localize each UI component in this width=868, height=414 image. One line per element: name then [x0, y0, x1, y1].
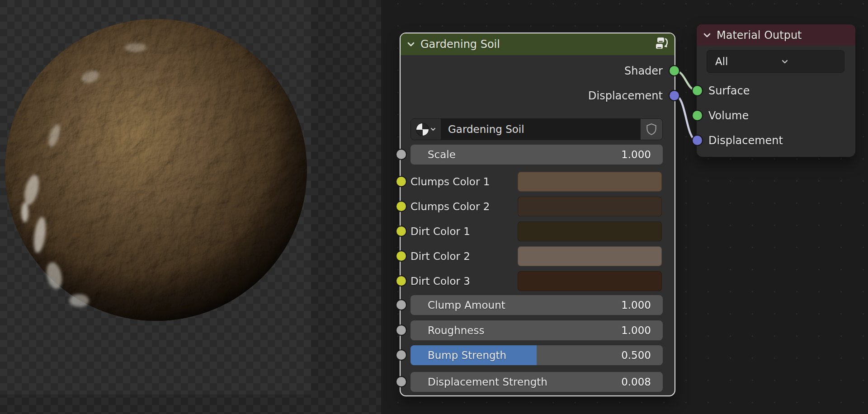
- node-title: Gardening Soil: [420, 38, 500, 51]
- chevron-down-icon: [430, 127, 436, 132]
- shield-icon: [646, 123, 657, 136]
- target-dropdown-value: All: [715, 56, 773, 67]
- param-row-displacement-strength: Displacement Strength 0.008: [410, 372, 663, 392]
- socket-output-shader[interactable]: [669, 65, 680, 76]
- output-label-displacement: Displacement: [588, 89, 663, 102]
- node-title: Material Output: [717, 29, 802, 42]
- socket-input-dirt-color-1[interactable]: [396, 226, 407, 237]
- output-label-shader: Shader: [624, 65, 663, 77]
- socket-input-clumps-color-1[interactable]: [396, 176, 407, 187]
- chevron-down-icon: [781, 58, 839, 65]
- roughness-slider[interactable]: Roughness 1.000: [410, 320, 663, 340]
- input-row-displacement: Displacement: [697, 131, 855, 151]
- param-row-dirt-color-2: Dirt Color 2: [410, 246, 663, 266]
- socket-input-displacement-strength[interactable]: [396, 376, 407, 387]
- material-datablock-selector: Gardening Soil: [410, 118, 663, 140]
- node-gardening-soil[interactable]: Gardening Soil Shader Displacement: [400, 33, 675, 396]
- node-material-output[interactable]: Material Output All Surface Volume Displ…: [696, 24, 856, 157]
- material-preview-panel: [0, 0, 381, 414]
- dirt-color-3-swatch[interactable]: [518, 271, 662, 291]
- input-row-surface: Surface: [697, 81, 855, 101]
- dirt-color-1-swatch[interactable]: [518, 221, 662, 241]
- socket-input-roughness[interactable]: [396, 325, 407, 336]
- material-name-field[interactable]: Gardening Soil: [441, 119, 640, 140]
- socket-input-clumps-color-2[interactable]: [396, 201, 407, 212]
- param-row-clumps-color-2: Clumps Color 2: [410, 197, 663, 216]
- clump-amount-slider[interactable]: Clump Amount 1.000: [410, 295, 663, 315]
- output-row-displacement: Displacement: [410, 86, 663, 106]
- input-row-volume: Volume: [697, 106, 855, 126]
- socket-input-dirt-color-2[interactable]: [396, 250, 407, 262]
- param-row-roughness: Roughness 1.000: [410, 320, 663, 340]
- output-row-shader: Shader: [410, 61, 663, 81]
- material-output-header[interactable]: Material Output: [697, 24, 855, 46]
- target-dropdown[interactable]: All: [707, 50, 844, 73]
- param-row-scale: Scale 1.000: [410, 145, 663, 165]
- param-row-dirt-color-1: Dirt Color 1: [410, 221, 663, 241]
- socket-input-clump-amount[interactable]: [396, 299, 407, 310]
- material-name-value: Gardening Soil: [448, 123, 524, 135]
- param-row-bump-strength: Bump Strength 0.500: [410, 345, 663, 365]
- node-group-icon: [655, 37, 669, 52]
- socket-input-surface[interactable]: [692, 85, 703, 96]
- param-row-clump-amount: Clump Amount 1.000: [410, 295, 663, 315]
- displacement-strength-slider[interactable]: Displacement Strength 0.008: [410, 372, 663, 392]
- material-preview-sphere: [0, 0, 381, 414]
- fake-user-button[interactable]: [640, 119, 662, 140]
- collapse-chevron-icon[interactable]: [702, 30, 712, 40]
- param-row-clumps-color-1: Clumps Color 1: [410, 172, 663, 192]
- bump-strength-slider[interactable]: Bump Strength 0.500: [410, 345, 663, 365]
- collapse-chevron-icon[interactable]: [406, 39, 416, 49]
- socket-input-scale[interactable]: [396, 149, 407, 160]
- socket-input-displacement[interactable]: [692, 135, 703, 146]
- clumps-color-2-swatch[interactable]: [518, 197, 662, 216]
- scale-slider[interactable]: Scale 1.000: [410, 145, 663, 165]
- gardening-soil-header[interactable]: Gardening Soil: [401, 33, 675, 55]
- dirt-color-2-swatch[interactable]: [518, 246, 662, 266]
- socket-input-volume[interactable]: [692, 110, 703, 121]
- param-row-dirt-color-3: Dirt Color 3: [410, 271, 663, 291]
- material-sphere-icon: [416, 123, 429, 136]
- socket-input-bump-strength[interactable]: [396, 349, 407, 361]
- material-browse-button[interactable]: [411, 119, 441, 140]
- socket-input-dirt-color-3[interactable]: [396, 275, 407, 287]
- socket-output-displacement[interactable]: [669, 90, 680, 101]
- blender-shader-editor: Gardening Soil Shader Displacement: [0, 0, 868, 414]
- clumps-color-1-swatch[interactable]: [518, 172, 662, 192]
